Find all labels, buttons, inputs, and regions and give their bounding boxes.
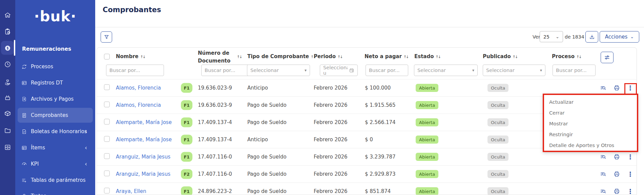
column-header-numero[interactable]: Número de Documento [198, 49, 232, 65]
menu-item-restringir[interactable]: Restringir [544, 129, 637, 140]
column-header-proceso[interactable]: Proceso↑↓ [552, 53, 581, 59]
employee-name-link[interactable]: Aranguiz, Maria Jesus [116, 154, 170, 160]
sidebar-item-tablas-de-parametros[interactable]: Tablas de parámetros [15, 173, 95, 188]
preview-icon[interactable] [600, 154, 606, 160]
select-arrow-icon: ▾ [305, 68, 307, 73]
acciones-button[interactable]: Acciones ⌄ [600, 31, 639, 43]
sort-icon[interactable]: ↑↓ [576, 55, 581, 59]
row-checkbox[interactable] [104, 188, 110, 194]
print-icon[interactable] [614, 154, 620, 160]
preview-icon[interactable] [600, 171, 606, 177]
sidebar-item-kpi[interactable]: KPI ‹ [15, 156, 95, 171]
filter-numero-input[interactable] [201, 65, 251, 76]
download-button[interactable] [585, 31, 598, 43]
sidebar-rail [0, 0, 15, 195]
sidebar-item-label: KPI [31, 161, 39, 167]
status-badge: Abierta [416, 118, 438, 126]
sidebar-item-boletas-de-honorarios[interactable]: Boletas de Honorarios ‹ [15, 124, 95, 139]
filter-proceso-input[interactable] [553, 65, 596, 76]
voucher-type: Pago de Sueldo [247, 188, 287, 194]
column-settings-button[interactable] [601, 52, 614, 63]
filter-publicado-select[interactable]: Seleccionar▾ [483, 65, 545, 76]
app-window: ·buk· Remuneraciones Procesos Registros … [0, 0, 644, 195]
column-header-nombre[interactable]: Nombre↑↓ [116, 53, 145, 59]
filter-nombre-input[interactable] [106, 65, 164, 76]
clock-icon[interactable] [0, 57, 15, 71]
row-checkbox[interactable] [104, 136, 110, 142]
row-checkbox[interactable] [104, 153, 110, 159]
annotation-rectangle: Actualizar Cerrar Mostrar Restringir Det… [543, 94, 638, 152]
sort-icon[interactable]: ↑↓ [513, 55, 517, 59]
clipboard-clock-icon[interactable] [0, 25, 15, 38]
select-all-checkbox[interactable] [104, 54, 110, 59]
employee-name-link[interactable]: Alamos, Florencia [116, 102, 161, 108]
receipt-icon [21, 113, 27, 118]
archive-icon[interactable] [0, 140, 15, 154]
employee-name-link[interactable]: Alamos, Florencia [116, 85, 161, 91]
filter-button[interactable] [101, 31, 112, 43]
filter-neto-input[interactable] [366, 65, 408, 76]
row-checkbox[interactable] [104, 102, 110, 107]
print-icon[interactable] [614, 85, 620, 91]
sort-icon[interactable]: ↑↓ [235, 53, 242, 59]
sidebar-item-items[interactable]: Ítems ‹ [15, 140, 95, 155]
payroll-type-badge: F1 [181, 100, 192, 110]
row-checkbox[interactable] [104, 119, 110, 125]
sidebar-item-registros-dt[interactable]: Registros DT [15, 75, 95, 90]
filter-tipo-select[interactable]: Seleccionar▾ [247, 65, 310, 76]
sidebar-item-procesos[interactable]: Procesos [15, 59, 95, 74]
employee-name-link[interactable]: Araya, Ellen [116, 188, 146, 194]
row-context-menu: Actualizar Cerrar Mostrar Restringir Det… [544, 95, 637, 151]
row-menu-button[interactable]: ⋮ [627, 188, 633, 195]
sidebar-item-archivos-y-pagos[interactable]: Archivos y Pagos [15, 92, 95, 106]
package-icon[interactable] [0, 106, 15, 120]
hand-heart-icon[interactable] [0, 75, 15, 89]
sidebar-item-comprobantes[interactable]: Comprobantes [15, 108, 95, 123]
employee-name-link[interactable]: Aranguiz, Maria Jesus [116, 171, 170, 177]
document-number: 17.407.116-0 [198, 154, 232, 160]
print-icon[interactable] [614, 188, 620, 195]
column-header-neto[interactable]: Neto a pagar↑↓ [365, 53, 408, 59]
page-size-select[interactable]: 25 ⌄ [540, 31, 563, 42]
sort-icon[interactable]: ↑↓ [337, 55, 342, 59]
calendar-icon [349, 68, 354, 73]
menu-item-cerrar[interactable]: Cerrar [544, 107, 637, 118]
filter-periodo-datepicker[interactable]: Selecciona u [320, 65, 358, 76]
table-row[interactable]: Araya, Ellen F1 24.896.223-2 Pago de Sue… [97, 182, 637, 195]
sidebar-item-tratos[interactable]: Tratos ‹ [15, 189, 95, 195]
filter-estado-select[interactable]: Seleccionar▾ [414, 65, 478, 76]
home-icon[interactable] [0, 8, 15, 22]
row-menu-button[interactable]: ⋮ [627, 154, 633, 160]
sidebar-item-label: Archivos y Pagos [31, 96, 74, 102]
column-header-periodo[interactable]: Periodo↑↓ [314, 53, 342, 59]
cake-icon[interactable] [0, 91, 15, 104]
employee-name-link[interactable]: Alemparte, María Jose [116, 119, 172, 125]
folder-icon[interactable] [0, 123, 15, 137]
column-header-estado[interactable]: Estado↑↓ [414, 53, 440, 59]
row-menu-button[interactable]: ⋮ [627, 171, 633, 177]
sort-icon[interactable]: ↑↓ [140, 55, 145, 59]
select-arrow-icon: ▾ [472, 68, 474, 73]
print-icon[interactable] [614, 171, 620, 177]
menu-item-detalle-aportes[interactable]: Detalle de Aportes y Otros [544, 140, 637, 151]
voucher-type: Anticipo [247, 137, 268, 143]
preview-icon[interactable] [600, 188, 606, 195]
status-badge: Abierta [416, 84, 438, 92]
voucher-type: Pago de Sueldo [247, 154, 287, 160]
column-header-publicado[interactable]: Publicado↑↓ [483, 53, 517, 59]
dollar-circle-icon[interactable] [0, 41, 15, 55]
payroll-type-badge: F1 [181, 187, 192, 195]
sort-icon[interactable]: ↑↓ [403, 55, 408, 59]
table-row[interactable]: Aranguiz, Maria Jesus F2 17.407.116-0 Pa… [97, 165, 637, 182]
net-amount: $ 2.566.174 [365, 119, 396, 125]
sort-icon[interactable]: ↑↓ [436, 55, 440, 59]
row-checkbox[interactable] [104, 84, 110, 90]
employee-name-link[interactable]: Alemparte, María Jose [116, 137, 172, 143]
menu-item-actualizar[interactable]: Actualizar [544, 97, 637, 107]
column-header-tipo[interactable]: Tipo de Comprobante↑↓ [247, 53, 315, 59]
row-checkbox[interactable] [104, 171, 110, 176]
preview-icon[interactable] [600, 85, 606, 91]
menu-item-mostrar[interactable]: Mostrar [544, 118, 637, 129]
total-count-label: de 1834 [565, 34, 584, 40]
sidebar-item-label: Boletas de Honorarios [31, 128, 87, 135]
